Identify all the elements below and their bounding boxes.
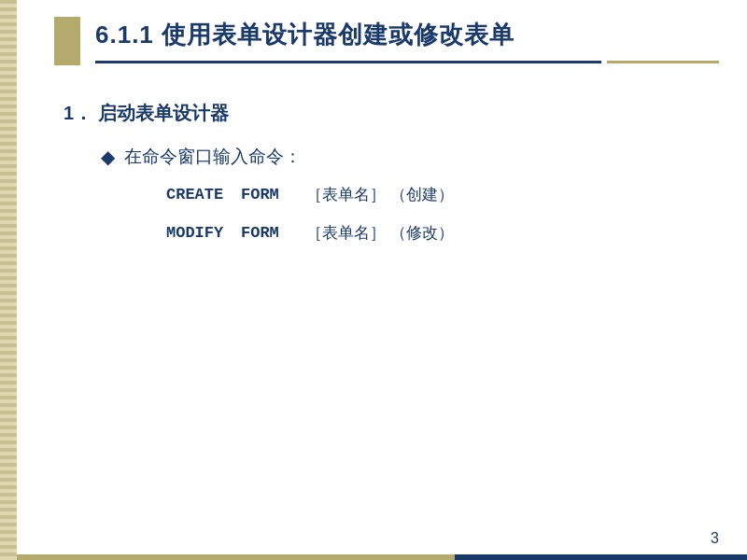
slide-container: 6.1.1 使用表单设计器创建或修改表单 1． 启动表单设计器 ◆ 在命令窗口输… (0, 0, 747, 560)
cmd-create-comment: （创建） (390, 184, 454, 205)
cmd-modify-param: ［表单名］ (306, 222, 390, 244)
header-area: 6.1.1 使用表单设计器创建或修改表单 (17, 0, 747, 73)
cmd-create-form: FORM (241, 186, 306, 203)
cmd-modify-keyword: MODIFY (166, 224, 241, 242)
command-row-create: CREATE FORM ［表单名］ （创建） (166, 184, 710, 205)
header-top-bar: 6.1.1 使用表单设计器创建或修改表单 (54, 17, 719, 65)
header-accent-block (54, 17, 80, 65)
commands-table: CREATE FORM ［表单名］ （创建） MODIFY FORM ［表单名］… (166, 184, 710, 244)
header-title-area: 6.1.1 使用表单设计器创建或修改表单 (95, 17, 719, 65)
command-row-modify: MODIFY FORM ［表单名］ （修改） (166, 222, 710, 244)
divider-line-accent (607, 61, 719, 63)
divider-line-dark (95, 61, 601, 63)
cmd-create-keyword: CREATE (166, 186, 241, 203)
bullet-text: 在命令窗口输入命令： (124, 145, 302, 169)
bottom-accent-bar (17, 554, 747, 560)
page-number: 3 (711, 530, 719, 547)
slide-title: 6.1.1 使用表单设计器创建或修改表单 (95, 19, 719, 57)
bullet-item: ◆ 在命令窗口输入命令： (101, 145, 710, 169)
section1-number: 1． (63, 103, 92, 123)
cmd-modify-comment: （修改） (390, 222, 454, 244)
cmd-modify-form: FORM (241, 224, 306, 242)
cmd-create-param: ［表单名］ (306, 184, 390, 205)
section1-heading: 1． 启动表单设计器 (63, 101, 710, 126)
content-area: 1． 启动表单设计器 ◆ 在命令窗口输入命令： CREATE FORM ［表单名… (17, 73, 747, 560)
header-divider (95, 61, 719, 63)
section1-label: 启动表单设计器 (98, 103, 229, 123)
diamond-bullet-icon: ◆ (101, 146, 115, 168)
left-stripe (0, 0, 17, 560)
